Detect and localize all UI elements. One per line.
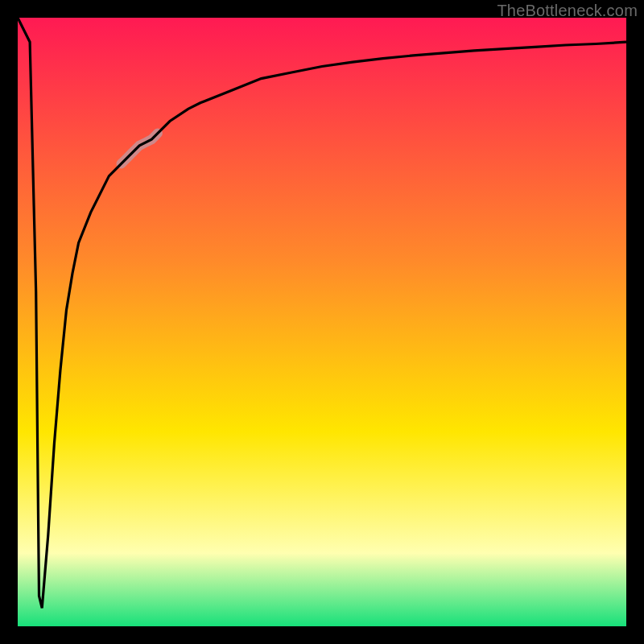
plot-area	[18, 18, 626, 626]
gradient-background	[18, 18, 626, 626]
chart-svg	[18, 18, 626, 626]
chart-container: TheBottleneck.com	[0, 0, 644, 644]
